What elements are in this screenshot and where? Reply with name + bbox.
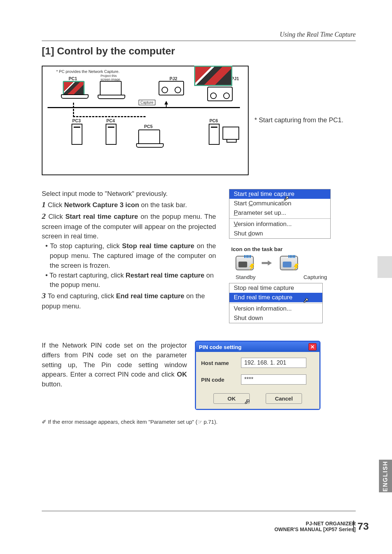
- instruction-text: Select input mode to "Network" previousl…: [42, 189, 216, 323]
- pc5-label: PC5: [144, 123, 152, 130]
- instructions-row: Select input mode to "Network" previousl…: [42, 189, 356, 323]
- taskbar-title: Icon on the task bar: [231, 246, 334, 252]
- cursor-icon-2: [302, 296, 309, 304]
- top-rule: [42, 41, 356, 41]
- footer-text: PJ-NET ORGANIZER OWNER'S MANUAL [XP57 Se…: [274, 521, 356, 532]
- menu-version-info-2[interactable]: Version information...: [229, 304, 322, 313]
- menu-start-realtime[interactable]: Start real time capture: [229, 189, 330, 199]
- step-3: 3 To end capturing, click End real time …: [42, 290, 216, 311]
- pc6-tower-icon: [209, 124, 220, 145]
- cursor-icon-3: [243, 398, 250, 405]
- menu-shutdown-2[interactable]: Shut down: [229, 313, 322, 323]
- pc3-tower-icon: [72, 124, 82, 145]
- pj1-projected-screen: [194, 66, 232, 86]
- error-footnote: ✐ If the error message appears, check it…: [42, 419, 356, 425]
- host-label: Host name: [201, 360, 237, 366]
- pc5-laptop-icon: [138, 130, 160, 144]
- menu-divider: [229, 218, 330, 219]
- diagram-note: * PC provides the Network Capture.: [56, 69, 119, 74]
- arrow-up-icon: [164, 101, 168, 104]
- pc-blank-laptop-icon: [100, 81, 122, 95]
- right-margin-tab: [377, 256, 392, 278]
- right-column: Start real time capture Start Communicat…: [229, 189, 334, 323]
- standby-label: Standby: [236, 274, 256, 280]
- popup-menu-start: Start real time capture Start Communicat…: [229, 189, 331, 239]
- menu-version-info[interactable]: Version information...: [229, 219, 330, 229]
- step-1: 1 Click Network Capture 3 icon on the ta…: [42, 199, 216, 210]
- host-row: Host name 192. 168. 1. 201: [201, 358, 314, 368]
- footer-line2: OWNER'S MANUAL [XP57 Series]: [274, 526, 356, 532]
- capture-flow-dashed: [73, 103, 146, 117]
- dialog-buttons: OK Cancel: [201, 391, 314, 404]
- intro-line: Select input mode to "Network" previousl…: [42, 189, 216, 199]
- cursor-icon: [282, 194, 289, 202]
- pc3-label: PC3: [72, 117, 81, 124]
- pin-label: PIN code: [201, 377, 237, 383]
- standby-icon: [236, 256, 254, 270]
- arrow-right-icon: [262, 260, 272, 266]
- network-diagram-row: * PC provides the Network Capture. PC1 P…: [42, 66, 356, 175]
- pin-input-row: PIN code ****: [201, 374, 314, 385]
- pj2-projector-icon: [159, 81, 184, 95]
- page-number: 73: [353, 521, 369, 532]
- pc1-laptop-icon: [63, 81, 85, 95]
- diagram-side-note: * Start capturing from the PC1.: [249, 66, 343, 124]
- bullet-stop: • To stop capturing, click Stop real tim…: [42, 241, 216, 270]
- pin-row: If the Network PIN code set on the proje…: [42, 341, 356, 410]
- dialog-titlebar: PIN code setting ✕: [196, 342, 319, 352]
- host-field[interactable]: 192. 168. 1. 201: [241, 358, 306, 368]
- pj1-label: PJ1: [231, 75, 239, 82]
- menu-shutdown[interactable]: Shut down: [229, 229, 330, 238]
- menu-stop-realtime[interactable]: Stop real time capture: [229, 283, 322, 293]
- popup-menu-stop: Stop real time capture End real time cap…: [229, 283, 323, 323]
- step-2: 2 Click Start real time capture on the p…: [42, 210, 216, 242]
- close-button[interactable]: ✕: [309, 343, 317, 350]
- pin-field[interactable]: ****: [241, 374, 306, 385]
- pc6-label: PC6: [209, 117, 218, 124]
- menu-start-communication[interactable]: Start Communication: [229, 199, 330, 208]
- chapter-header: Using the Real Time Capture: [42, 31, 356, 38]
- network-diagram: * PC provides the Network Capture. PC1 P…: [42, 66, 249, 175]
- pin-description: If the Network PIN code set on the proje…: [42, 341, 187, 389]
- bullet-restart: • To restart capturing, click Restart re…: [42, 271, 216, 290]
- language-tab: ENGLISH: [379, 460, 392, 492]
- pc6-monitor-icon: [222, 127, 239, 140]
- pc4-label: PC4: [106, 117, 115, 124]
- cancel-button[interactable]: Cancel: [266, 393, 302, 404]
- dialog-title-text: PIN code setting: [199, 344, 242, 350]
- icon-labels: Standby Capturing: [229, 272, 334, 280]
- menu-parameter-setup[interactable]: Parameter set up...: [229, 208, 330, 218]
- taskbar-icon-row: [229, 254, 334, 272]
- pin-code-dialog: PIN code setting ✕ Host name 192. 168. 1…: [195, 341, 320, 410]
- section-title: [1] Control by the computer: [42, 45, 356, 57]
- capturing-label: Capturing: [303, 274, 327, 280]
- pc4-tower-icon: [106, 124, 117, 145]
- manual-page: Using the Real Time Capture [1] Control …: [0, 0, 392, 554]
- pj1-projector-icon: [207, 87, 233, 101]
- footer-line1: PJ-NET ORGANIZER: [306, 521, 356, 526]
- dialog-body: Host name 192. 168. 1. 201 PIN code ****…: [196, 352, 319, 409]
- footer-rule: [42, 511, 356, 511]
- capturing-icon: [280, 256, 298, 270]
